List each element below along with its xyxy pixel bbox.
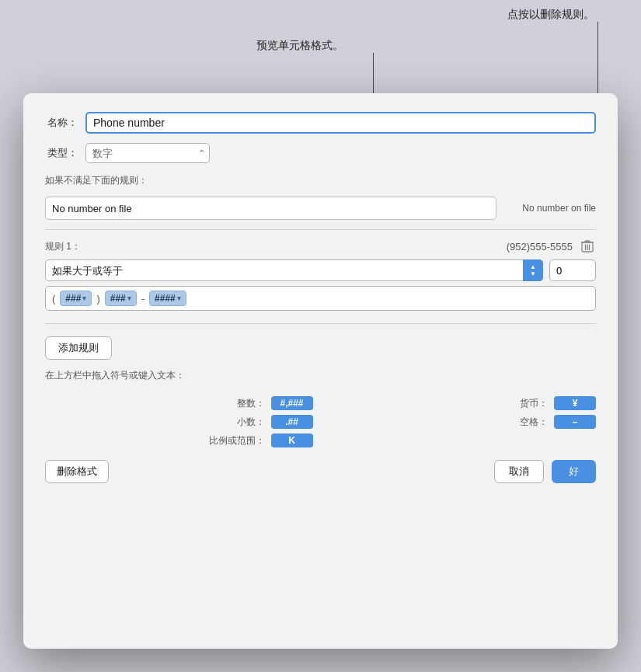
annotation-line-delete bbox=[597, 22, 598, 99]
rule-preview: (952)555-5555 bbox=[507, 238, 596, 255]
delete-format-button[interactable]: 删除格式 bbox=[45, 460, 109, 483]
format-dash: - bbox=[140, 293, 146, 305]
rule-label: 规则 1： bbox=[45, 240, 81, 253]
token-row-currency: 货币： ¥ bbox=[329, 396, 597, 410]
rule-preview-value: (952)555-5555 bbox=[507, 241, 573, 252]
chip-arrow-2: ▾ bbox=[127, 294, 131, 302]
condition-value-input[interactable] bbox=[549, 259, 596, 281]
name-row: 名称： bbox=[45, 112, 596, 134]
token-row-integer: 整数： #,### bbox=[45, 396, 313, 410]
format-open-paren: ( bbox=[51, 293, 57, 305]
cancel-button[interactable]: 取消 bbox=[494, 460, 544, 483]
type-label: 类型： bbox=[45, 146, 78, 160]
condition-select[interactable]: 如果大于或等于 bbox=[45, 259, 543, 281]
token-row-scale: 比例或范围： K bbox=[45, 433, 313, 447]
divider-1 bbox=[45, 323, 596, 324]
type-select-wrapper: 数字 ⌃ bbox=[85, 143, 210, 163]
add-rule-button[interactable]: 添加规则 bbox=[45, 336, 112, 360]
type-select[interactable]: 数字 bbox=[85, 143, 210, 163]
currency-label: 货币： bbox=[329, 397, 549, 410]
delete-rule-button[interactable] bbox=[579, 238, 596, 255]
chip-arrow-3: ▾ bbox=[177, 294, 181, 302]
preview-no-number: No number on file bbox=[503, 203, 596, 214]
space-label: 空格： bbox=[329, 416, 549, 429]
currency-chip[interactable]: ¥ bbox=[554, 396, 596, 410]
scale-label: 比例或范围： bbox=[45, 434, 265, 447]
bottom-buttons: 删除格式 取消 好 bbox=[45, 460, 596, 483]
condition-select-wrapper: 如果大于或等于 ▲ ▼ bbox=[45, 259, 543, 281]
space-chip[interactable]: – bbox=[554, 415, 596, 429]
format-chip-3[interactable]: #### ▾ bbox=[149, 291, 186, 306]
annotation-line-preview bbox=[373, 53, 374, 99]
rule-header: 规则 1： (952)555-5555 bbox=[45, 238, 596, 255]
integer-label: 整数： bbox=[45, 397, 265, 410]
rule-section: 规则 1： (952)555-5555 bbox=[45, 229, 596, 311]
default-value-input[interactable] bbox=[45, 197, 496, 220]
format-close-paren: ) bbox=[95, 293, 101, 305]
token-grid: 整数： #,### 货币： ¥ 小数： .## 空格： – 比例或范围： K bbox=[45, 396, 596, 447]
token-row-space: 空格： – bbox=[329, 415, 597, 429]
type-row: 类型： 数字 ⌃ bbox=[45, 143, 596, 163]
right-buttons: 取消 好 bbox=[494, 460, 596, 483]
format-chip-1[interactable]: ### ▾ bbox=[60, 291, 92, 306]
format-chip-2[interactable]: ### ▾ bbox=[105, 291, 137, 306]
annotation-preview-text: 预览单元格格式。 bbox=[256, 39, 343, 53]
name-label: 名称： bbox=[45, 116, 78, 130]
decimal-label: 小数： bbox=[45, 416, 265, 429]
annotation-delete-text: 点按以删除规则。 bbox=[507, 8, 594, 22]
token-row-decimal: 小数： .## bbox=[45, 415, 313, 429]
ok-button[interactable]: 好 bbox=[552, 460, 596, 483]
decimal-chip[interactable]: .## bbox=[271, 415, 313, 429]
condition-label: 如果不满足下面的规则： bbox=[45, 172, 596, 187]
drag-hint: 在上方栏中拖入符号或键入文本： bbox=[45, 369, 596, 382]
condition-row: 如果大于或等于 ▲ ▼ bbox=[45, 259, 596, 281]
chip-arrow-1: ▾ bbox=[82, 294, 86, 302]
default-value-row: No number on file bbox=[45, 197, 596, 220]
scale-chip[interactable]: K bbox=[271, 433, 313, 447]
format-dialog: 名称： 类型： 数字 ⌃ 如果不满足下面的规则： No number on fi… bbox=[23, 93, 618, 649]
name-input[interactable] bbox=[85, 112, 596, 134]
format-chips-row[interactable]: ( ### ▾ ) ### ▾ - #### ▾ bbox=[45, 286, 596, 311]
trash-icon bbox=[581, 239, 594, 253]
integer-chip[interactable]: #,### bbox=[271, 396, 313, 410]
add-rule-wrapper: 添加规则 bbox=[45, 336, 596, 360]
